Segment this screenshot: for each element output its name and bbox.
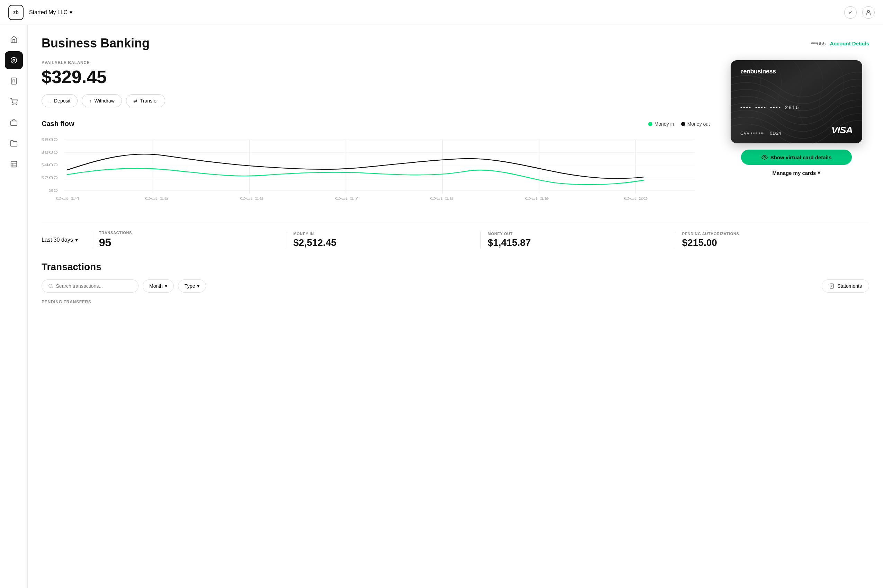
period-label: Last 30 days (42, 237, 73, 243)
logo-text: zb (13, 10, 19, 15)
topbar: zb Started My LLC ▾ ✓ (0, 0, 883, 25)
action-buttons: ↓ Deposit ↑ Withdraw ⇄ Transfer (42, 94, 165, 107)
svg-text:$600: $600 (42, 151, 58, 154)
chevron-down-icon: ▾ (817, 170, 820, 176)
chevron-down-icon: ▾ (70, 9, 72, 16)
svg-point-12 (16, 104, 16, 105)
card-cvv-exp: CVV ••• ••• 01/24 (741, 130, 781, 136)
dashboard-grid: AVAILABLE BALANCE $329.45 ↓ Deposit ↑ Wi… (42, 60, 869, 210)
pending-label: PENDING AUTHORIZATIONS (682, 232, 862, 236)
chart-container: $800 $600 $400 $200 $0 Oct 14 Oct 15 Oct… (42, 134, 710, 210)
card-cvv: CVV ••• ••• (741, 130, 763, 136)
svg-text:$400: $400 (42, 163, 58, 167)
svg-line-43 (52, 287, 52, 288)
check-icon[interactable]: ✓ (844, 6, 857, 19)
svg-point-42 (49, 284, 52, 288)
pending-transfers-label: PENDING TRANSFERS (42, 300, 869, 304)
svg-text:Oct 19: Oct 19 (525, 197, 549, 201)
stat-money-in: MONEY IN $2,512.45 (286, 232, 480, 248)
transactions-title: Transactions (42, 261, 869, 273)
svg-text:Oct 16: Oct 16 (240, 197, 264, 201)
balance-label: AVAILABLE BALANCE (42, 60, 165, 65)
search-input[interactable] (56, 283, 132, 289)
legend-money-in: Money in (648, 121, 674, 127)
sidebar-item-briefcase[interactable] (5, 114, 23, 132)
month-filter-label: Month (149, 283, 163, 289)
company-name: Started My LLC (29, 9, 67, 16)
company-selector[interactable]: Started My LLC ▾ (29, 9, 72, 16)
svg-point-1 (11, 57, 16, 63)
money-in-label: Money in (654, 121, 674, 127)
balance-section: AVAILABLE BALANCE $329.45 ↓ Deposit ↑ Wi… (42, 60, 710, 107)
sidebar-item-calculator[interactable] (5, 72, 23, 90)
left-panel: AVAILABLE BALANCE $329.45 ↓ Deposit ↑ Wi… (42, 60, 710, 210)
svg-point-0 (867, 10, 870, 12)
money-in-label: MONEY IN (293, 232, 473, 236)
cashflow-title: Cash flow (42, 120, 74, 128)
withdraw-icon: ↑ (89, 98, 91, 104)
transfer-button[interactable]: ⇄ Transfer (126, 94, 165, 107)
card-section: zenbusiness •••• •••• •••• 2816 CVV ••• (724, 60, 869, 210)
card-content: zenbusiness •••• •••• •••• 2816 CVV ••• (731, 60, 862, 143)
show-virtual-card-button[interactable]: Show virtual card details (741, 150, 852, 165)
chevron-down-icon: ▾ (165, 283, 167, 289)
svg-rect-14 (11, 161, 16, 167)
chevron-down-icon: ▾ (75, 237, 78, 243)
search-icon (48, 283, 53, 289)
month-filter-button[interactable]: Month ▾ (142, 279, 174, 292)
sidebar-item-home[interactable] (5, 30, 23, 48)
svg-point-11 (12, 104, 13, 105)
statements-button[interactable]: Statements (822, 279, 869, 292)
sidebar-item-folder[interactable] (5, 134, 23, 152)
legend-money-out: Money out (681, 121, 710, 127)
card-visa-label: VISA (831, 124, 853, 136)
type-filter-label: Type (184, 283, 195, 289)
search-box (42, 279, 138, 292)
sidebar-item-table[interactable] (5, 155, 23, 173)
deposit-button[interactable]: ↓ Deposit (42, 94, 78, 107)
card-number-row: •••• •••• •••• 2816 (741, 104, 853, 110)
money-out-value: $1,415.87 (487, 237, 668, 248)
card-dots-3: •••• (770, 104, 781, 110)
money-out-label: Money out (687, 121, 710, 127)
sidebar-item-cart[interactable] (5, 93, 23, 111)
balance-amount: $329.45 (42, 66, 165, 87)
bank-card: zenbusiness •••• •••• •••• 2816 CVV ••• (731, 60, 862, 143)
cvv-label: CVV (741, 130, 750, 136)
statements-icon (829, 283, 835, 289)
period-selector[interactable]: Last 30 days ▾ (42, 237, 92, 243)
sidebar-item-banking[interactable] (5, 51, 23, 69)
cashflow-chart: $800 $600 $400 $200 $0 Oct 14 Oct 15 Oct… (42, 134, 710, 210)
svg-text:Oct 17: Oct 17 (335, 197, 359, 201)
manage-cards-label: Manage my cards (772, 170, 816, 176)
svg-point-41 (763, 156, 765, 158)
user-icon[interactable] (862, 6, 875, 19)
topbar-left: zb Started My LLC ▾ (8, 5, 72, 20)
cvv-dots: ••• (751, 130, 758, 136)
pending-value: $215.00 (682, 237, 862, 248)
chart-legend: Money in Money out (648, 121, 710, 127)
page-header: Business Banking ***655 Account Details (42, 36, 869, 51)
stat-transactions: TRANSACTIONS 95 (92, 231, 286, 249)
chevron-down-icon: ▾ (197, 283, 199, 289)
card-dots-1: •••• (741, 104, 752, 110)
card-brand: zenbusiness (741, 68, 853, 75)
account-number: ***655 (811, 40, 826, 46)
transfer-icon: ⇄ (133, 98, 138, 104)
main-content: Business Banking ***655 Account Details … (28, 25, 883, 588)
svg-point-2 (13, 59, 15, 61)
svg-text:Oct 14: Oct 14 (55, 197, 79, 201)
stats-row: Last 30 days ▾ TRANSACTIONS 95 MONEY IN … (42, 222, 869, 249)
money-out-dot (681, 122, 685, 126)
type-filter-button[interactable]: Type ▾ (178, 279, 206, 292)
cashflow-header: Cash flow Money in Money out (42, 120, 710, 128)
deposit-label: Deposit (54, 98, 70, 104)
show-card-label: Show virtual card details (771, 154, 832, 160)
card-expiry: 01/24 (770, 130, 781, 136)
manage-cards-link[interactable]: Manage my cards ▾ (772, 170, 821, 176)
transfer-label: Transfer (140, 98, 158, 104)
account-details-link[interactable]: Account Details (830, 40, 869, 46)
logo: zb (8, 5, 24, 20)
svg-text:Oct 20: Oct 20 (624, 197, 648, 201)
withdraw-button[interactable]: ↑ Withdraw (82, 94, 121, 107)
